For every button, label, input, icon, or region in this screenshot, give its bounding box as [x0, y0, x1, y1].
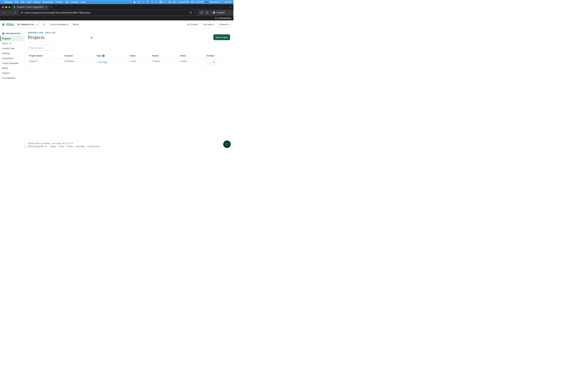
delete-button[interactable] — [211, 60, 216, 64]
header-name[interactable]: Project Name — [28, 53, 63, 58]
access-manager-dropdown[interactable]: Access Manager ▾ — [49, 23, 70, 26]
clock-la[interactable]: LA 6:46 AM — [178, 1, 189, 3]
box-icon[interactable]: ◫ — [138, 1, 140, 3]
tab-close-icon[interactable]: ✕ — [45, 6, 47, 8]
menu-view[interactable]: View — [27, 1, 31, 3]
atlas-app: Atlas Edward's Or… ▾ Access Manager ▾ Bi… — [0, 20, 233, 151]
user-menu[interactable]: Edward ▾ — [217, 22, 231, 27]
row-menu-button[interactable]: ⋯ — [206, 60, 211, 64]
organization-icon — [17, 23, 20, 26]
teams-link[interactable]: 0 Teams — [151, 58, 179, 66]
site-info-icon[interactable] — [21, 11, 23, 14]
org-picker[interactable]: Edward's Or… ▾ — [16, 22, 40, 27]
header-teams[interactable]: Teams — [151, 53, 179, 58]
atlas-logo[interactable]: Atlas — [2, 22, 14, 27]
menu-file[interactable]: File — [15, 1, 18, 3]
sidebar-item-support[interactable]: Support — [0, 71, 24, 76]
incognito-label: Incognito — [216, 11, 225, 14]
all-clusters-link[interactable]: All Clusters — [186, 23, 200, 26]
chevron-down-icon: ▾ — [37, 23, 38, 26]
sidebar-item-billing[interactable]: Billing — [0, 66, 24, 71]
wifi-icon[interactable] — [151, 1, 153, 3]
user-switch-icon[interactable]: 👤 — [206, 1, 208, 3]
atlas-body: ORGANIZATION Projects Alerts 0 Activity … — [0, 29, 233, 151]
back-button[interactable] — [1, 10, 6, 15]
billing-link[interactable]: Billing — [72, 23, 80, 26]
profile-button[interactable] — [199, 10, 204, 15]
incognito-indicator[interactable]: Incognito — [211, 11, 227, 15]
control-center-icon[interactable] — [169, 1, 171, 3]
header-alerts[interactable]: Alerts — [179, 53, 205, 58]
window-controls — [1, 6, 12, 10]
record-icon[interactable]: ◉ — [133, 1, 136, 3]
sidebar-item-settings[interactable]: Settings — [0, 51, 24, 56]
project-search[interactable] — [28, 45, 55, 51]
extensions-button[interactable] — [205, 10, 210, 15]
new-tab-button[interactable]: + — [49, 5, 54, 10]
menu-bookmarks[interactable]: Bookmarks — [43, 1, 54, 3]
sidebar-item-activity-feed[interactable]: Activity Feed — [0, 46, 24, 51]
eye-off-icon[interactable] — [189, 11, 192, 14]
sidebar-item-projects[interactable]: Projects — [0, 36, 24, 41]
address-bar[interactable]: cloud.mongodb.com/v2#/org/672e3cc394cde8… — [19, 10, 198, 15]
incognito-icon — [213, 12, 215, 14]
github-icon[interactable] — [160, 1, 162, 3]
svg-point-22 — [227, 144, 228, 144]
chat-fab[interactable] — [223, 140, 231, 148]
menubar-time[interactable]: 9:46 AM — [224, 1, 231, 3]
tab-title: Projects | Cloud: MongoDB C — [17, 6, 44, 8]
menu-history[interactable]: History — [34, 1, 40, 3]
check-icon[interactable]: ✓ — [142, 1, 144, 3]
chrome-menu-button[interactable]: ⋮ — [228, 11, 232, 14]
get-help-dropdown[interactable]: Get Help ▾ — [202, 23, 215, 26]
header-users[interactable]: Users — [129, 53, 151, 58]
menubar-date[interactable]: Wed Nov 27 — [210, 1, 222, 3]
app-menu[interactable]: Chrome — [4, 1, 12, 3]
play-icon[interactable]: ▷ — [164, 1, 167, 3]
sidebar-collapse-button[interactable] — [22, 144, 27, 148]
sync-icon[interactable]: ⟳ — [147, 1, 149, 3]
footer-link-privacy[interactable]: Privacy — [67, 145, 73, 148]
chevron-left-icon — [24, 145, 25, 147]
status-value[interactable]: All Good — [42, 142, 50, 145]
forward-button[interactable] — [7, 10, 12, 15]
project-name-link[interactable]: Project 0 — [28, 58, 63, 66]
menu-tab[interactable]: Tab — [65, 1, 69, 3]
menu-window[interactable]: Window — [71, 1, 78, 3]
header-actions: Actions — [205, 53, 230, 58]
reload-button[interactable] — [13, 10, 18, 15]
add-tags-link[interactable]: + Add Tags — [95, 58, 129, 66]
trash-icon — [213, 61, 215, 63]
header-tags[interactable]: Tags i — [95, 53, 129, 58]
sidebar-item-access-manager[interactable]: Access Manager — [0, 61, 24, 66]
sidebar-item-integrations[interactable]: Integrations — [0, 56, 24, 61]
footer-link-status[interactable]: Status — [50, 145, 56, 148]
users-link[interactable]: 1 User — [129, 58, 151, 66]
chat-icon — [225, 142, 229, 146]
sidebar-item-live-migration[interactable]: Live Migration — [0, 76, 24, 80]
minimize-window-button[interactable] — [5, 6, 7, 8]
tab-overflow-button[interactable]: ⌄ — [229, 5, 233, 10]
docker-icon[interactable]: 🐳 — [155, 1, 158, 3]
info-icon[interactable]: i — [102, 55, 105, 57]
footer-link-terms[interactable]: Terms — [58, 145, 64, 148]
footer-link-blog[interactable]: Atlas Blog — [76, 145, 85, 148]
maximize-window-button[interactable] — [8, 6, 10, 8]
search-input[interactable] — [29, 47, 58, 49]
bookmark-star-icon[interactable]: ☆ — [194, 11, 196, 14]
sidebar-item-alerts[interactable]: Alerts 0 — [0, 41, 24, 46]
org-settings-button[interactable] — [41, 22, 47, 27]
menu-help[interactable]: Help — [81, 1, 85, 3]
all-bookmarks-button[interactable]: All Bookmarks — [218, 17, 231, 19]
clock-bel[interactable]: BEL 2:46 PM — [191, 1, 203, 3]
header-clusters[interactable]: Clusters — [63, 53, 95, 58]
browser-tab[interactable]: Projects | Cloud: MongoDB C ✕ — [12, 5, 49, 10]
footer-link-contact[interactable]: Contact Sales — [87, 145, 100, 148]
menu-edit[interactable]: Edit — [20, 1, 24, 3]
menu-profiles[interactable]: Profiles — [56, 1, 63, 3]
breadcrumb[interactable]: EDWARD'S ORG - 2024-11-08 — [28, 32, 230, 34]
alerts-link[interactable]: 0 Alerts — [179, 58, 205, 66]
battery-icon[interactable]: ⚡ — [173, 1, 176, 3]
new-project-button[interactable]: New Project — [213, 34, 230, 40]
close-window-button[interactable] — [2, 6, 4, 8]
